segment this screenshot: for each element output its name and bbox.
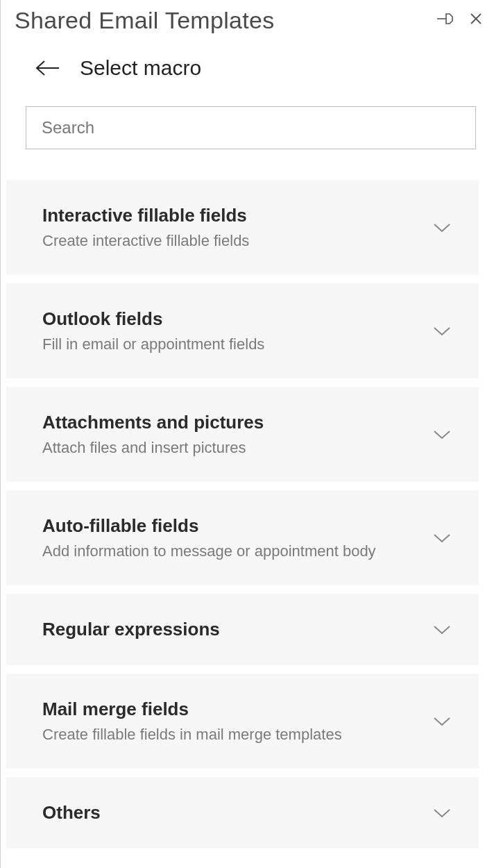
category-auto-fillable-fields[interactable]: Auto-fillable fields Add information to … [6,490,479,585]
category-title: Attachments and pictures [42,412,264,433]
titlebar: Shared Email Templates [1,0,494,37]
chevron-down-icon [433,716,451,727]
category-outlook-fields[interactable]: Outlook fields Fill in email or appointm… [6,283,479,378]
category-others[interactable]: Others [6,777,479,849]
chevron-down-icon [433,222,451,233]
chevron-down-icon [433,326,451,337]
category-title: Regular expressions [42,619,220,640]
chevron-down-icon [433,429,451,440]
page-title: Select macro [80,56,201,80]
category-text: Attachments and pictures Attach files an… [42,412,264,457]
search-input[interactable] [26,106,476,149]
category-title: Mail merge fields [42,699,342,720]
chevron-down-icon [433,624,451,635]
chevron-down-icon [433,808,451,819]
app-title: Shared Email Templates [15,7,275,34]
category-text: Mail merge fields Create fillable fields… [42,699,342,744]
category-title: Interactive fillable fields [42,205,249,226]
close-icon[interactable] [470,13,482,24]
category-text: Auto-fillable fields Add information to … [42,515,376,560]
category-description: Attach files and insert pictures [42,439,264,457]
macro-category-list: Interactive fillable fields Create inter… [6,180,479,849]
category-title: Auto-fillable fields [42,515,376,537]
chevron-down-icon [433,533,451,544]
category-text: Others [42,802,101,824]
titlebar-actions [437,12,482,26]
content-area: Select macro Interactive fillable fields… [1,37,494,849]
category-description: Create fillable fields in mail merge tem… [42,726,342,744]
category-description: Fill in email or appointment fields [42,335,264,353]
category-regular-expressions[interactable]: Regular expressions [6,594,479,665]
pin-icon[interactable] [437,12,455,26]
category-title: Others [42,802,101,824]
back-button[interactable] [35,60,60,76]
category-text: Interactive fillable fields Create inter… [42,205,249,250]
page-header: Select macro [26,56,477,80]
search-container [26,106,477,149]
category-mail-merge-fields[interactable]: Mail merge fields Create fillable fields… [6,674,479,769]
category-interactive-fillable-fields[interactable]: Interactive fillable fields Create inter… [6,180,479,275]
category-description: Create interactive fillable fields [42,232,249,250]
category-attachments-pictures[interactable]: Attachments and pictures Attach files an… [6,387,479,482]
category-description: Add information to message or appointmen… [42,542,376,560]
category-text: Regular expressions [42,619,220,640]
category-text: Outlook fields Fill in email or appointm… [42,308,264,353]
category-title: Outlook fields [42,308,264,330]
